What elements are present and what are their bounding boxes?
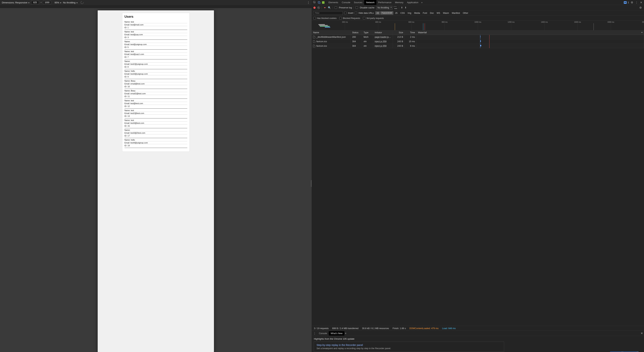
split-drag-handle[interactable] bbox=[311, 180, 312, 187]
user-row: Name: BeauEmail: email2@test.comID: 11 bbox=[124, 89, 187, 99]
network-toolbar: ⏷ 🔍 Preserve log Disable cache No thrott… bbox=[312, 5, 644, 10]
timeline-tick: 200 ms bbox=[342, 21, 348, 23]
network-table: Name Status Type Initiator Size Time Wat… bbox=[312, 30, 644, 326]
user-email: Email: test3@ysignup.com bbox=[124, 72, 187, 75]
col-status[interactable]: Status bbox=[350, 30, 362, 35]
zoom-dropdown[interactable]: 95%▼ bbox=[54, 1, 62, 4]
device-toggle-icon[interactable] bbox=[317, 1, 321, 4]
col-initiator[interactable]: Initiator bbox=[373, 30, 393, 35]
blocked-cookies-checkbox[interactable] bbox=[314, 17, 316, 19]
user-row: Name: BeauEmail: email@test.comID: 10 bbox=[124, 79, 187, 89]
import-har-icon[interactable]: ⬆ bbox=[401, 6, 403, 9]
filter-icon[interactable]: ⏷ bbox=[324, 6, 326, 9]
filter-type-css[interactable]: CSS bbox=[399, 11, 406, 15]
throttling-select[interactable]: No throttling bbox=[376, 6, 392, 10]
filter-type-media[interactable]: Media bbox=[413, 11, 421, 15]
tab-memory[interactable]: Memory bbox=[393, 0, 405, 5]
file-icon bbox=[313, 40, 315, 43]
rotate-icon[interactable] bbox=[80, 0, 84, 4]
filter-type-all[interactable]: All bbox=[375, 11, 380, 15]
filter-type-manifest[interactable]: Manifest bbox=[450, 11, 461, 15]
tab-console[interactable]: Console bbox=[340, 0, 352, 5]
tabs-overflow-icon[interactable]: » bbox=[420, 1, 424, 4]
request-initiator[interactable]: inject.js:359 bbox=[374, 45, 386, 47]
request-type: fetch bbox=[362, 35, 373, 39]
tab-sources[interactable]: Sources bbox=[352, 0, 364, 5]
file-icon bbox=[313, 45, 315, 47]
devtools-close-icon[interactable]: ✕ bbox=[639, 1, 643, 4]
blocked-requests-checkbox[interactable] bbox=[339, 17, 342, 19]
user-name: Name: bbox=[124, 60, 187, 62]
request-type: xhr bbox=[362, 44, 373, 48]
invert-checkbox[interactable] bbox=[344, 12, 346, 14]
user-email: Email: test@test.com bbox=[124, 102, 187, 105]
drawer-tab-close-icon[interactable]: ✕ bbox=[345, 332, 346, 335]
filter-type-font[interactable]: Font bbox=[422, 11, 428, 15]
filter-type-fetchxhr[interactable]: Fetch/XHR bbox=[380, 11, 394, 15]
network-settings-icon[interactable]: ⚙ bbox=[639, 6, 642, 9]
filter-input[interactable] bbox=[314, 11, 343, 15]
preserve-log-checkbox[interactable] bbox=[335, 6, 337, 9]
throttling-dropdown[interactable]: No throttling▼ bbox=[63, 1, 78, 4]
record-icon[interactable] bbox=[314, 6, 316, 9]
col-size[interactable]: Size bbox=[393, 30, 405, 35]
height-input[interactable] bbox=[43, 1, 51, 4]
network-conditions-icon[interactable] bbox=[394, 6, 397, 9]
user-email: Email: email2@test.com bbox=[124, 92, 187, 95]
user-email: Email: test2@ysignup.com bbox=[124, 63, 187, 66]
filter-type-other[interactable]: Other bbox=[462, 11, 470, 15]
timeline-overview[interactable]: 200 ms400 ms600 ms800 ms1000 ms1200 ms14… bbox=[312, 21, 644, 30]
request-name: favicon.ico bbox=[316, 40, 327, 43]
dimensions-dropdown[interactable]: Dimensions: Responsive▼ bbox=[2, 1, 30, 4]
filter-type-ws[interactable]: WS bbox=[436, 11, 441, 15]
whatsnew-card[interactable]: Step-by-step replay in the Recorder pane… bbox=[314, 342, 504, 352]
request-initiator[interactable]: page-loader.js?fae… bbox=[374, 36, 393, 38]
emulated-viewport[interactable]: Users Name: testEmail: test@mail.comID: … bbox=[98, 10, 214, 352]
device-more-icon[interactable]: ⋮ bbox=[307, 1, 310, 4]
blocked-cookies-label: Has blocked cookies bbox=[317, 17, 336, 20]
tab-elements[interactable]: Elements bbox=[327, 0, 340, 5]
user-id: ID: 12 bbox=[124, 105, 187, 108]
col-name[interactable]: Name bbox=[312, 30, 350, 35]
dimension-x: × bbox=[40, 1, 42, 4]
devtools-more-icon[interactable]: ⋮ bbox=[635, 1, 638, 4]
node-icon[interactable] bbox=[322, 1, 324, 4]
user-id: ID: 9 bbox=[124, 76, 187, 78]
request-time: 2 ms bbox=[405, 35, 416, 39]
filter-type-doc[interactable]: Doc bbox=[429, 11, 435, 15]
width-input[interactable] bbox=[31, 1, 39, 4]
col-type[interactable]: Type bbox=[362, 30, 373, 35]
filter-type-js[interactable]: JS bbox=[394, 11, 399, 15]
request-row[interactable]: favicon.ico304xhrinject.js:359243 B8 ms bbox=[312, 44, 644, 48]
issues-icon[interactable] bbox=[624, 1, 627, 4]
clear-icon[interactable] bbox=[317, 6, 320, 9]
user-name: Name: hello bbox=[124, 138, 187, 141]
request-row[interactable]: _devMiddlewareManifest.json200fetchpage-… bbox=[312, 35, 644, 39]
user-id: ID: 3 bbox=[124, 36, 187, 39]
third-party-checkbox[interactable] bbox=[363, 17, 365, 19]
request-row[interactable]: favicon.ico304xhrinject.js:359243 B15 ms bbox=[312, 39, 644, 44]
request-time: 8 ms bbox=[405, 44, 416, 48]
col-waterfall[interactable]: Waterfall▲ bbox=[416, 30, 644, 35]
drawer-tab-console[interactable]: Console bbox=[317, 331, 329, 336]
status-load: Load: 648 ms bbox=[442, 327, 456, 330]
col-time[interactable]: Time bbox=[405, 30, 416, 35]
drawer-close-icon[interactable]: ✕ bbox=[640, 332, 643, 335]
hide-data-urls-checkbox[interactable] bbox=[355, 12, 357, 14]
tab-performance[interactable]: Performance bbox=[376, 0, 393, 5]
request-status: 304 bbox=[350, 44, 362, 48]
search-icon[interactable]: 🔍 bbox=[328, 6, 331, 9]
filter-type-img[interactable]: Img bbox=[406, 11, 412, 15]
settings-icon[interactable]: ⚙ bbox=[630, 1, 634, 4]
tab-network[interactable]: Network bbox=[364, 0, 376, 5]
drawer-more-icon[interactable]: ⋮ bbox=[313, 332, 316, 335]
user-row: Name: Email: test@ysignup.comID: 5 bbox=[124, 40, 187, 50]
inspect-icon[interactable] bbox=[313, 1, 316, 4]
request-initiator[interactable]: inject.js:359 bbox=[374, 40, 386, 43]
disable-cache-checkbox[interactable] bbox=[356, 6, 358, 9]
filter-type-wasm[interactable]: Wasm bbox=[442, 11, 450, 15]
export-har-icon[interactable]: ⬇ bbox=[405, 6, 406, 9]
drawer-tab-whatsnew[interactable]: What's New bbox=[329, 331, 344, 336]
tab-application[interactable]: Application bbox=[405, 0, 420, 5]
status-transferred: 699 B / 2.4 MB transferred bbox=[332, 327, 358, 330]
